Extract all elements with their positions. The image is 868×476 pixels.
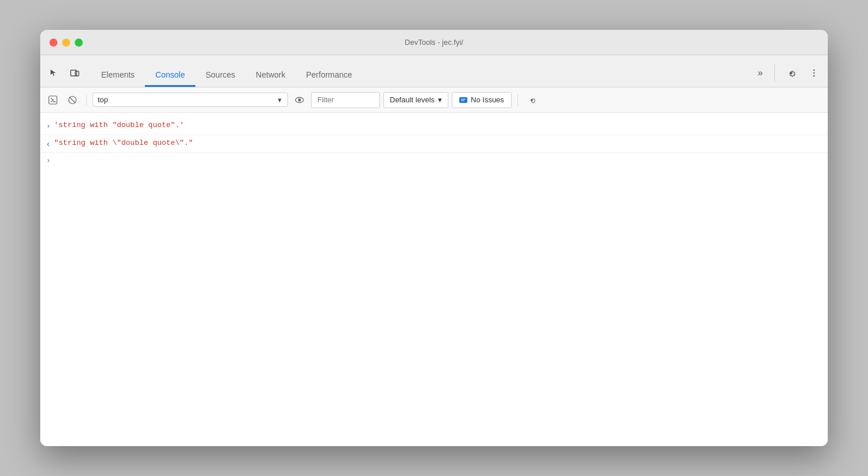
console-entry-2: ‹ "string with \"double quote\"." [40, 135, 828, 153]
log-levels-button[interactable]: Default levels ▾ [383, 92, 448, 108]
execute-script-button[interactable] [45, 92, 61, 108]
more-options-button[interactable] [805, 64, 823, 82]
toolbar-icons [45, 64, 84, 82]
console-entry-1: › 'string with "double quote".' [40, 117, 828, 135]
entry-2-text: "string with \"double quote\"." [54, 137, 823, 149]
no-issues-label: No Issues [471, 95, 504, 104]
filter-input[interactable] [311, 92, 380, 108]
settings-button[interactable] [782, 64, 800, 82]
svg-point-2 [813, 70, 815, 71]
svg-point-3 [813, 72, 815, 74]
tab-sources[interactable]: Sources [195, 64, 245, 87]
main-tabs: Elements Console Sources Network Perform… [91, 64, 753, 87]
context-dropdown-arrow: ▼ [276, 97, 283, 103]
tab-console[interactable]: Console [145, 64, 195, 87]
tab-network[interactable]: Network [245, 64, 295, 87]
console-prompt-line[interactable]: › [40, 153, 828, 169]
levels-label: Default levels [390, 95, 435, 104]
device-toolbar-button[interactable] [66, 64, 84, 82]
no-issues-button[interactable]: No Issues [452, 92, 512, 108]
title-bar: DevTools - jec.fyi/ [40, 30, 828, 55]
more-tabs-button[interactable]: » [753, 66, 767, 80]
console-input[interactable] [54, 157, 823, 166]
issues-icon [459, 97, 467, 103]
prompt-arrow: › [43, 157, 54, 165]
console-settings-button[interactable] [524, 92, 540, 108]
console-output: › 'string with "double quote".' ‹ "strin… [40, 113, 828, 446]
tab-performance[interactable]: Performance [295, 64, 362, 87]
svg-rect-1 [75, 71, 79, 76]
devtools-window: DevTools - jec.fyi/ Elements C [40, 30, 828, 446]
traffic-lights [49, 39, 83, 47]
tab-right-controls: » [753, 64, 823, 82]
entry-1-arrow[interactable]: › [43, 119, 54, 133]
console-toolbar: top ▼ Default levels ▾ [40, 87, 828, 113]
separator-2 [517, 94, 518, 106]
entry-2-arrow[interactable]: ‹ [43, 137, 54, 151]
clear-console-button[interactable] [64, 92, 80, 108]
live-expressions-button[interactable] [291, 92, 308, 108]
minimize-button[interactable] [62, 39, 70, 47]
separator-1 [86, 94, 87, 106]
svg-point-4 [813, 75, 815, 77]
svg-rect-11 [460, 98, 467, 102]
tab-bar: Elements Console Sources Network Perform… [40, 55, 828, 87]
context-value: top [98, 95, 108, 104]
svg-line-8 [70, 97, 75, 103]
window-title: DevTools - jec.fyi/ [405, 38, 463, 47]
separator [774, 64, 775, 82]
maximize-button[interactable] [75, 39, 83, 47]
levels-arrow: ▾ [438, 95, 442, 104]
inspect-element-button[interactable] [45, 64, 63, 82]
svg-point-10 [298, 98, 301, 101]
context-selector[interactable]: top ▼ [93, 93, 288, 107]
close-button[interactable] [49, 39, 57, 47]
entry-1-text: 'string with "double quote".' [54, 119, 823, 132]
tab-elements[interactable]: Elements [91, 64, 145, 87]
